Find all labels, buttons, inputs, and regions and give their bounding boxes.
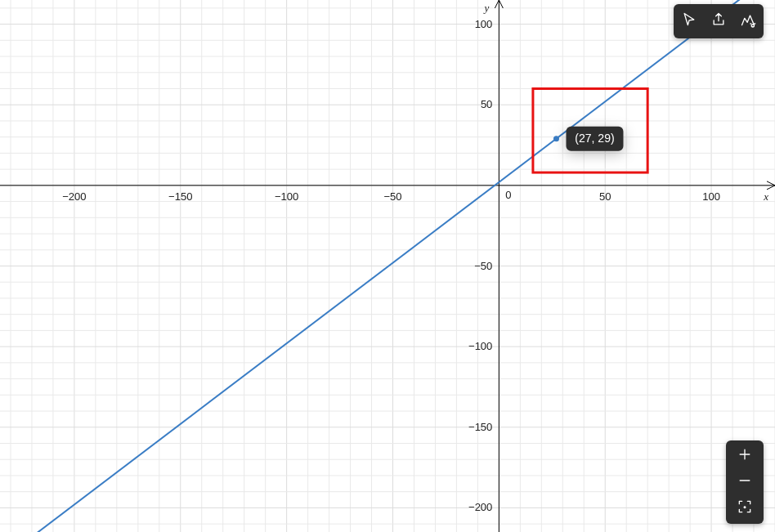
top-toolbar [674, 4, 764, 38]
zoom-fit-button[interactable] [731, 496, 759, 521]
tick-label: 100 [475, 18, 493, 30]
tick-label: −200 [468, 501, 492, 513]
fullscreen-target-icon [737, 498, 753, 518]
tick-label: −100 [275, 190, 298, 203]
minus-icon [737, 472, 753, 492]
zoom-in-button[interactable] [731, 444, 759, 468]
plus-icon [737, 446, 753, 466]
zoom-toolbar [726, 440, 764, 524]
tick-label: 0 [505, 189, 511, 201]
zoom-out-button[interactable] [731, 470, 759, 494]
tick-label: −150 [468, 421, 492, 433]
tick-label: 50 [481, 98, 492, 110]
tick-label: −50 [474, 260, 492, 272]
chart-settings-icon [740, 11, 756, 31]
tick-label: −200 [62, 190, 86, 203]
tick-label: 50 [599, 190, 611, 203]
tooltip-label: (27, 29) [575, 132, 614, 145]
cursor-tool-button[interactable] [675, 9, 703, 34]
tick-label: −150 [168, 190, 192, 203]
tick-label: −50 [383, 190, 401, 203]
tick-label: 100 [702, 190, 720, 203]
highlighted-point[interactable] [553, 136, 559, 141]
graphing-calculator-viewport[interactable]: −200−150−100−50050100−200−150−100−505010… [0, 0, 775, 532]
tick-label: −100 [468, 340, 492, 352]
chart-settings-button[interactable] [734, 9, 762, 34]
y-axis-label: y [483, 2, 490, 14]
coordinate-plane[interactable]: −200−150−100−50050100−200−150−100−505010… [0, 0, 775, 532]
x-axis-label: x [763, 190, 768, 203]
share-icon [710, 11, 727, 31]
point-tooltip: (27, 29) [566, 127, 623, 151]
cursor-icon [681, 11, 697, 31]
share-button[interactable] [705, 9, 732, 34]
